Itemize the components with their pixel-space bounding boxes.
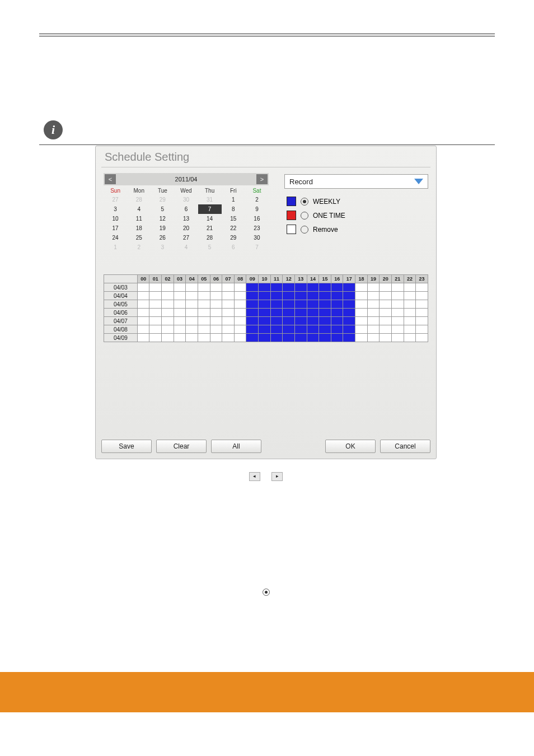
calendar-day[interactable]: 7 xyxy=(198,204,222,214)
schedule-cell[interactable] xyxy=(343,283,355,292)
schedule-cell[interactable] xyxy=(234,300,246,309)
option-weekly[interactable]: WEEKLY xyxy=(287,197,426,206)
schedule-cell[interactable] xyxy=(294,292,307,300)
schedule-cell[interactable] xyxy=(391,292,404,300)
schedule-cell[interactable] xyxy=(404,325,416,334)
schedule-cell[interactable] xyxy=(149,309,162,317)
schedule-cell[interactable] xyxy=(222,283,235,292)
schedule-cell[interactable] xyxy=(380,325,392,334)
schedule-cell[interactable] xyxy=(416,309,428,317)
calendar-day[interactable]: 4 xyxy=(174,242,198,252)
schedule-cell[interactable] xyxy=(210,292,222,300)
schedule-cell[interactable] xyxy=(307,334,319,342)
schedule-cell[interactable] xyxy=(331,300,343,309)
schedule-cell[interactable] xyxy=(391,317,404,325)
calendar-prev-button[interactable]: < xyxy=(105,174,116,184)
schedule-cell[interactable] xyxy=(234,309,246,317)
schedule-cell[interactable] xyxy=(355,317,368,325)
schedule-cell[interactable] xyxy=(210,325,222,334)
schedule-cell[interactable] xyxy=(294,334,307,342)
schedule-cell[interactable] xyxy=(319,292,331,300)
schedule-cell[interactable] xyxy=(270,317,283,325)
schedule-cell[interactable] xyxy=(283,334,295,342)
schedule-cell[interactable] xyxy=(222,317,235,325)
schedule-cell[interactable] xyxy=(174,300,186,309)
schedule-cell[interactable] xyxy=(259,309,271,317)
schedule-cell[interactable] xyxy=(246,317,259,325)
schedule-cell[interactable] xyxy=(246,283,259,292)
calendar-day[interactable]: 1 xyxy=(104,242,127,252)
schedule-cell[interactable] xyxy=(294,300,307,309)
schedule-cell[interactable] xyxy=(270,334,283,342)
schedule-cell[interactable] xyxy=(222,300,235,309)
schedule-cell[interactable] xyxy=(367,300,380,309)
calendar-next-button[interactable]: > xyxy=(256,174,268,184)
schedule-cell[interactable] xyxy=(391,334,404,342)
schedule-cell[interactable] xyxy=(331,334,343,342)
schedule-cell[interactable] xyxy=(294,317,307,325)
schedule-cell[interactable] xyxy=(404,292,416,300)
calendar-day[interactable]: 1 xyxy=(222,195,245,204)
schedule-cell[interactable] xyxy=(380,334,392,342)
calendar-day[interactable]: 3 xyxy=(151,242,174,252)
calendar-day[interactable]: 20 xyxy=(174,223,198,233)
calendar-day[interactable]: 28 xyxy=(198,233,222,242)
schedule-cell[interactable] xyxy=(283,325,295,334)
calendar-day[interactable]: 14 xyxy=(198,214,222,223)
cancel-button[interactable]: Cancel xyxy=(380,440,430,453)
schedule-cell[interactable] xyxy=(380,300,392,309)
schedule-cell[interactable] xyxy=(186,292,198,300)
schedule-cell[interactable] xyxy=(270,292,283,300)
all-button[interactable]: All xyxy=(211,440,261,453)
schedule-cell[interactable] xyxy=(380,309,392,317)
calendar-day[interactable]: 30 xyxy=(174,195,198,204)
schedule-cell[interactable] xyxy=(234,325,246,334)
calendar-day[interactable]: 24 xyxy=(104,233,127,242)
schedule-cell[interactable] xyxy=(149,325,162,334)
schedule-cell[interactable] xyxy=(198,317,210,325)
schedule-cell[interactable] xyxy=(331,317,343,325)
calendar-day[interactable]: 25 xyxy=(127,233,151,242)
schedule-cell[interactable] xyxy=(222,325,235,334)
calendar-day[interactable]: 31 xyxy=(198,195,222,204)
schedule-cell[interactable] xyxy=(149,334,162,342)
schedule-cell[interactable] xyxy=(270,283,283,292)
schedule-cell[interactable] xyxy=(137,292,149,300)
schedule-cell[interactable] xyxy=(259,325,271,334)
schedule-cell[interactable] xyxy=(174,283,186,292)
schedule-cell[interactable] xyxy=(307,317,319,325)
schedule-cell[interactable] xyxy=(380,292,392,300)
ok-button[interactable]: OK xyxy=(325,440,376,453)
radio-onetime[interactable] xyxy=(301,212,308,220)
schedule-cell[interactable] xyxy=(416,334,428,342)
calendar-day[interactable]: 4 xyxy=(127,204,151,214)
schedule-cell[interactable] xyxy=(331,292,343,300)
calendar-day[interactable]: 6 xyxy=(174,204,198,214)
schedule-cell[interactable] xyxy=(404,283,416,292)
save-button[interactable]: Save xyxy=(101,440,152,453)
schedule-cell[interactable] xyxy=(234,317,246,325)
schedule-cell[interactable] xyxy=(367,317,380,325)
schedule-cell[interactable] xyxy=(198,309,210,317)
schedule-cell[interactable] xyxy=(149,317,162,325)
clear-button[interactable]: Clear xyxy=(156,440,207,453)
schedule-cell[interactable] xyxy=(367,309,380,317)
schedule-cell[interactable] xyxy=(404,334,416,342)
schedule-cell[interactable] xyxy=(174,325,186,334)
schedule-cell[interactable] xyxy=(137,334,149,342)
schedule-cell[interactable] xyxy=(259,300,271,309)
schedule-cell[interactable] xyxy=(137,325,149,334)
calendar-day[interactable]: 29 xyxy=(151,195,174,204)
schedule-cell[interactable] xyxy=(234,292,246,300)
schedule-cell[interactable] xyxy=(319,283,331,292)
schedule-cell[interactable] xyxy=(307,300,319,309)
schedule-cell[interactable] xyxy=(367,292,380,300)
schedule-cell[interactable] xyxy=(343,309,355,317)
schedule-cell[interactable] xyxy=(416,283,428,292)
schedule-cell[interactable] xyxy=(367,334,380,342)
schedule-cell[interactable] xyxy=(307,292,319,300)
calendar-day[interactable]: 11 xyxy=(127,214,151,223)
schedule-cell[interactable] xyxy=(367,283,380,292)
schedule-cell[interactable] xyxy=(246,300,259,309)
schedule-cell[interactable] xyxy=(137,300,149,309)
